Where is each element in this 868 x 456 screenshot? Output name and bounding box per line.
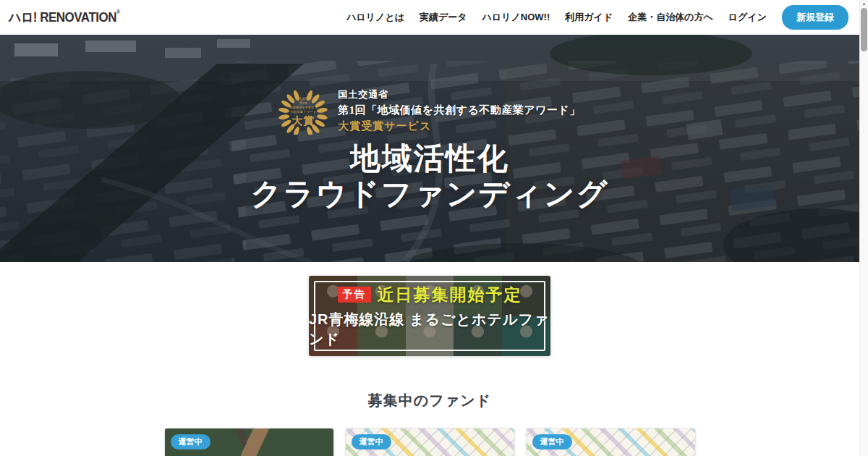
nav-now[interactable]: ハロリノNOW!! — [482, 11, 550, 24]
promo-content: 予告 近日募集開始予定 JR青梅線沿線 まるごとホテルファンド — [309, 276, 550, 356]
laurel-grand-prize: 大賞 — [292, 114, 315, 127]
promo-headline: 近日募集開始予定 — [378, 284, 522, 306]
logo-text: ハロ! RENOVATION — [9, 10, 116, 25]
fund-card[interactable]: 運営中 — [345, 428, 515, 456]
promo-banner[interactable]: 予告 近日募集開始予定 JR青梅線沿線 まるごとホテルファンド — [309, 276, 550, 356]
award-line-ministry: 国土交通省 — [338, 88, 581, 101]
status-badge: 運営中 — [352, 434, 391, 449]
signup-button[interactable]: 新規登録 — [782, 5, 848, 30]
award-text: 国土交通省 第1回「地域価値を共創する不動産業アワード」 大賞受賞サービス — [338, 88, 581, 133]
status-badge: 運営中 — [532, 434, 572, 449]
nav-guide[interactable]: 利用ガイド — [565, 11, 613, 24]
hero-content: 国土交通省 第1回 地域価値を共創する 不動産業アワード 大賞 国土交通省 第1… — [0, 35, 859, 262]
header: ハロ! RENOVATION® ハロリノとは 実績データ ハロリノNOW!! 利… — [0, 0, 859, 35]
promo-notice-badge: 予告 — [338, 287, 371, 303]
nav-results-data[interactable]: 実績データ — [420, 11, 467, 24]
nav-corporate[interactable]: 企業・自治体の方へ — [628, 11, 713, 24]
scrollbar[interactable]: ▲ — [859, 0, 868, 456]
registered-mark: ® — [116, 9, 120, 14]
funds-section: 募集中のファンド 運営中 運営中 運営中 — [0, 391, 859, 456]
scroll-up-arrow[interactable]: ▲ — [860, 0, 868, 7]
laurel-line: 国土交通省 — [295, 96, 311, 100]
fund-cards-row: 運営中 運営中 運営中 — [0, 428, 859, 456]
main-nav: ハロリノとは 実績データ ハロリノNOW!! 利用ガイド 企業・自治体の方へ ロ… — [346, 5, 848, 30]
hero-title-line1: 地域活性化 — [251, 140, 609, 176]
fund-card[interactable]: 運営中 — [526, 428, 696, 456]
logo[interactable]: ハロ! RENOVATION® — [9, 9, 120, 27]
laurel-line: 第1回 — [299, 101, 307, 104]
funds-section-title: 募集中のファンド — [0, 391, 859, 410]
status-badge: 運営中 — [171, 434, 210, 449]
nav-login[interactable]: ログイン — [728, 11, 767, 24]
hero-title-line2: クラウドファンディング — [251, 176, 609, 211]
hero-title: 地域活性化 クラウドファンディング — [251, 140, 609, 211]
laurel-line: 地域価値を共創する — [289, 105, 318, 109]
page: ハロ! RENOVATION® ハロリノとは 実績データ ハロリノNOW!! 利… — [0, 0, 859, 456]
hero: 国土交通省 第1回 地域価値を共創する 不動産業アワード 大賞 国土交通省 第1… — [0, 35, 859, 262]
award-banner: 国土交通省 第1回 地域価値を共創する 不動産業アワード 大賞 国土交通省 第1… — [278, 88, 581, 133]
promo-fund-title: JR青梅線沿線 まるごとホテルファンド — [309, 310, 550, 349]
scrollbar-thumb[interactable] — [861, 8, 867, 51]
award-line-award-name: 第1回「地域価値を共創する不動産業アワード」 — [338, 104, 581, 117]
award-laurel-icon: 国土交通省 第1回 地域価値を共創する 不動産業アワード 大賞 — [278, 88, 328, 133]
fund-card[interactable]: 運営中 — [164, 428, 334, 456]
laurel-line: 不動産業アワード — [290, 109, 316, 113]
award-line-service: 大賞受賞サービス — [338, 119, 581, 133]
nav-about[interactable]: ハロリノとは — [346, 11, 404, 24]
